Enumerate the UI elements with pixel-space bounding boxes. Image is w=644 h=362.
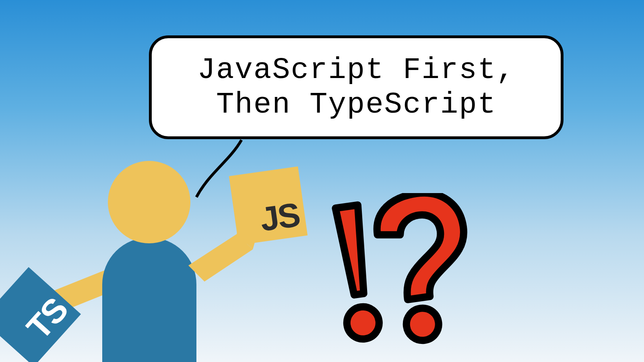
js-card: JS — [229, 167, 308, 245]
ts-card-label: TS — [19, 291, 75, 347]
speech-bubble: JavaScript First, Then TypeScript — [149, 35, 564, 139]
interrobang-icon — [306, 193, 475, 346]
speech-line-1: JavaScript First, — [198, 53, 515, 87]
character-head — [108, 161, 190, 243]
character-torso — [102, 237, 196, 362]
js-card-label: JS — [258, 195, 301, 239]
svg-point-5 — [405, 306, 441, 342]
svg-point-4 — [345, 305, 381, 341]
ts-card: TS — [0, 267, 81, 362]
speech-line-2: Then TypeScript — [216, 88, 496, 121]
